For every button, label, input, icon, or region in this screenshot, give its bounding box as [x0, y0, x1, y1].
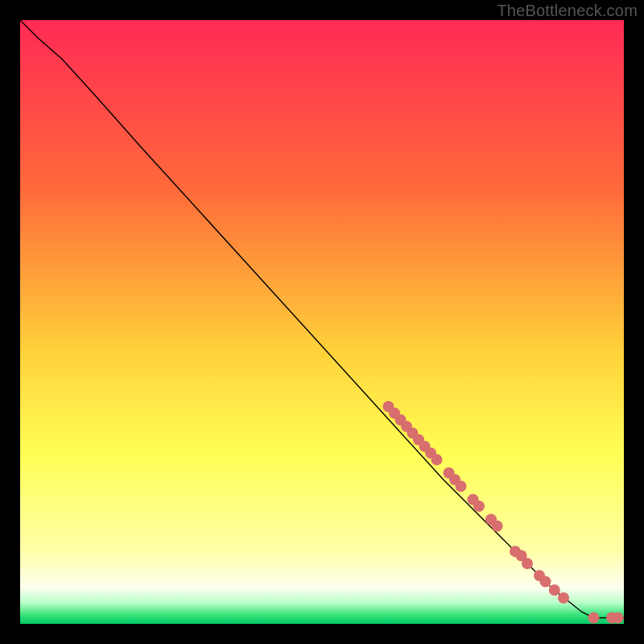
data-marker	[431, 454, 443, 465]
data-marker	[522, 558, 533, 569]
data-marker	[558, 592, 569, 604]
data-marker	[588, 613, 600, 624]
plot-area	[20, 20, 624, 624]
chart-svg	[20, 20, 624, 624]
data-marker	[549, 584, 560, 596]
watermark-text: TheBottleneck.com	[497, 2, 638, 20]
data-marker	[540, 576, 551, 588]
data-marker	[456, 481, 467, 492]
data-marker	[613, 613, 624, 624]
data-marker	[473, 501, 485, 512]
data-marker	[492, 521, 503, 532]
gradient-background	[20, 20, 624, 624]
chart-frame: TheBottleneck.com	[0, 0, 644, 644]
